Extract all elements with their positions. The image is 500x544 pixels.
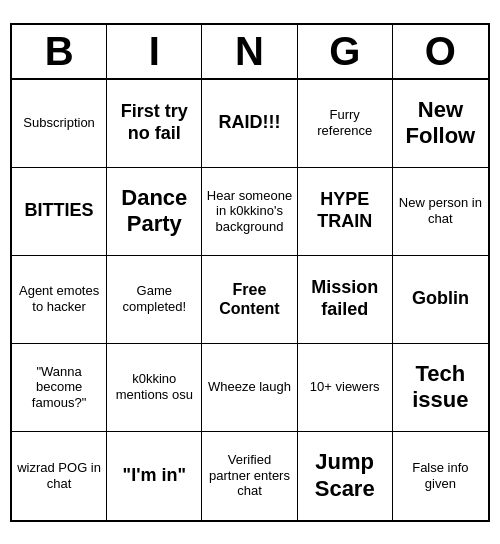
bingo-cell[interactable]: First try no fail [107,80,202,168]
cell-text: Hear someone in k0kkino's background [206,188,292,235]
bingo-cell[interactable]: Subscription [12,80,107,168]
bingo-cell[interactable]: New Follow [393,80,488,168]
cell-text: "Wanna become famous?" [16,364,102,411]
bingo-cell[interactable]: k0kkino mentions osu [107,344,202,432]
cell-text: New Follow [397,97,484,150]
bingo-grid: SubscriptionFirst try no failRAID!!!Furr… [12,80,488,520]
cell-text: wizrad POG in chat [16,460,102,491]
cell-text: Dance Party [111,185,197,238]
bingo-header: B I N G O [12,25,488,80]
bingo-cell[interactable]: 10+ viewers [298,344,393,432]
bingo-cell[interactable]: "Wanna become famous?" [12,344,107,432]
bingo-cell[interactable]: Wheeze laugh [202,344,297,432]
bingo-cell[interactable]: RAID!!! [202,80,297,168]
bingo-cell[interactable]: Game completed! [107,256,202,344]
bingo-cell[interactable]: Verified partner enters chat [202,432,297,520]
bingo-cell[interactable]: Furry reference [298,80,393,168]
bingo-card: B I N G O SubscriptionFirst try no failR… [10,23,490,522]
letter-i: I [107,25,202,78]
cell-text: Verified partner enters chat [206,452,292,499]
bingo-cell[interactable]: Dance Party [107,168,202,256]
bingo-cell[interactable]: Tech issue [393,344,488,432]
cell-text: Goblin [412,288,469,310]
bingo-cell[interactable]: HYPE TRAIN [298,168,393,256]
cell-text: False info given [397,460,484,491]
cell-text: Free Content [206,280,292,318]
cell-text: 10+ viewers [310,379,380,395]
bingo-cell[interactable]: Goblin [393,256,488,344]
bingo-cell[interactable]: Jump Scare [298,432,393,520]
bingo-cell[interactable]: BITTIES [12,168,107,256]
letter-b: B [12,25,107,78]
bingo-cell[interactable]: "I'm in" [107,432,202,520]
letter-o: O [393,25,488,78]
cell-text: BITTIES [25,200,94,222]
cell-text: "I'm in" [123,465,186,487]
cell-text: Mission failed [302,277,388,320]
cell-text: Wheeze laugh [208,379,291,395]
bingo-cell[interactable]: False info given [393,432,488,520]
bingo-cell[interactable]: Free Content [202,256,297,344]
cell-text: Game completed! [111,283,197,314]
bingo-cell[interactable]: wizrad POG in chat [12,432,107,520]
cell-text: k0kkino mentions osu [111,371,197,402]
cell-text: Furry reference [302,107,388,138]
letter-n: N [202,25,297,78]
bingo-cell[interactable]: New person in chat [393,168,488,256]
letter-g: G [298,25,393,78]
bingo-cell[interactable]: Mission failed [298,256,393,344]
bingo-cell[interactable]: Agent emotes to hacker [12,256,107,344]
bingo-cell[interactable]: Hear someone in k0kkino's background [202,168,297,256]
cell-text: Subscription [23,115,95,131]
cell-text: RAID!!! [219,112,281,134]
cell-text: New person in chat [397,195,484,226]
cell-text: Agent emotes to hacker [16,283,102,314]
cell-text: First try no fail [111,101,197,144]
cell-text: HYPE TRAIN [302,189,388,232]
cell-text: Tech issue [397,361,484,414]
cell-text: Jump Scare [302,449,388,502]
